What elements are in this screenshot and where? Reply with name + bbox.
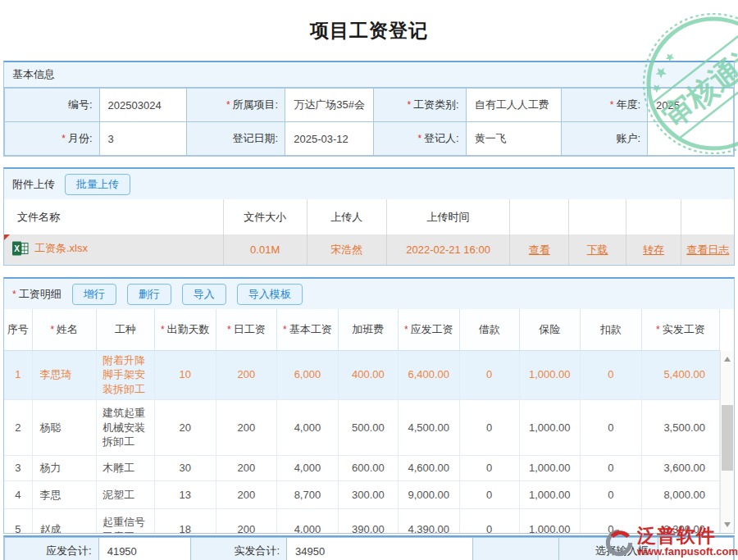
- cell-daily[interactable]: 200: [216, 351, 276, 400]
- cell-job[interactable]: 泥塑工: [97, 481, 155, 509]
- required-mark: *: [404, 324, 408, 335]
- cell-payable[interactable]: 9,000.00: [398, 481, 459, 509]
- cell-actual[interactable]: 5,400.00: [641, 351, 719, 400]
- cell-deduction[interactable]: 0: [580, 400, 641, 456]
- actual-total-label: 实发合计:: [190, 537, 286, 560]
- cell-name[interactable]: 赵成: [32, 509, 97, 533]
- cell-name[interactable]: 李思琦: [32, 351, 97, 400]
- cell-job[interactable]: 起重信号司索工: [97, 509, 155, 533]
- add-row-button[interactable]: 增行: [72, 284, 116, 305]
- cell-loan[interactable]: 0: [459, 351, 519, 400]
- field-month-value[interactable]: 3: [99, 122, 187, 156]
- cell-deduction[interactable]: 0: [580, 509, 641, 533]
- cell-no[interactable]: 2: [4, 400, 32, 456]
- select-input-value[interactable]: [658, 537, 734, 560]
- file-link[interactable]: X 工资条.xlsx: [12, 241, 88, 256]
- field-registrant-value[interactable]: 黄一飞: [466, 122, 561, 156]
- scroll-up-arrow-icon[interactable]: [724, 357, 731, 362]
- cell-base[interactable]: 8,700: [276, 481, 338, 509]
- field-account-value[interactable]: [648, 122, 734, 156]
- cell-insurance[interactable]: 1,000.00: [519, 351, 580, 400]
- cell-overtime[interactable]: 500.00: [338, 400, 398, 456]
- cell-base[interactable]: 4,000: [276, 509, 338, 533]
- transfer-link[interactable]: 转存: [643, 244, 664, 256]
- field-register-date-value[interactable]: 2025-03-12: [285, 122, 374, 156]
- field-number-value[interactable]: 202503024: [99, 89, 187, 122]
- cell-deduction[interactable]: 0: [580, 351, 641, 400]
- batch-upload-button[interactable]: 批量上传: [65, 174, 130, 195]
- view-link[interactable]: 查看: [529, 244, 550, 256]
- cell-loan[interactable]: 0: [459, 509, 519, 533]
- cell-daily[interactable]: 200: [216, 456, 276, 481]
- cell-base[interactable]: 4,000: [276, 456, 338, 481]
- cell-job[interactable]: 附着升降脚手架安装拆卸工: [97, 351, 155, 400]
- attachment-row: X 工资条.xlsx 0.01M 宋浩然 2022-02-21 16:00 查看…: [4, 234, 734, 265]
- cell-days[interactable]: 13: [154, 481, 216, 509]
- cell-no[interactable]: 5: [4, 509, 32, 533]
- payable-total-value[interactable]: 41950: [98, 537, 190, 560]
- cell-overtime[interactable]: 300.00: [338, 481, 398, 509]
- cell-deduction[interactable]: 0: [580, 481, 641, 509]
- cell-deduction[interactable]: 0: [580, 456, 641, 481]
- cell-insurance[interactable]: 1,000.00: [519, 509, 580, 533]
- cell-overtime[interactable]: 400.00: [338, 351, 398, 400]
- col-header-daily-wage: *日工资: [216, 309, 276, 350]
- field-year-value[interactable]: 2025: [648, 89, 734, 122]
- view-log-link[interactable]: 查看日志: [686, 244, 729, 256]
- cell-no[interactable]: 3: [4, 456, 32, 481]
- vertical-scrollbar[interactable]: [720, 351, 734, 533]
- cell-payable[interactable]: 4,390.00: [398, 509, 459, 533]
- cell-days[interactable]: 10: [154, 351, 216, 400]
- cell-actual[interactable]: 8,000.00: [641, 481, 719, 509]
- download-link[interactable]: 下载: [587, 244, 608, 256]
- required-mark: *: [407, 99, 411, 111]
- cell-daily[interactable]: 200: [216, 509, 276, 533]
- cell-name[interactable]: 杨聪: [32, 400, 97, 456]
- scrollbar-thumb[interactable]: [722, 405, 733, 471]
- cell-daily[interactable]: 200: [216, 400, 276, 456]
- wage-rows-table: 1 李思琦 附着升降脚手架安装拆卸工 10 200 6,000 400.00 6…: [4, 351, 720, 533]
- cell-insurance[interactable]: 1,000.00: [519, 456, 580, 481]
- cell-payable[interactable]: 4,600.00: [398, 456, 459, 481]
- cell-overtime[interactable]: 390.00: [338, 509, 398, 533]
- cell-loan[interactable]: 0: [459, 456, 519, 481]
- scroll-down-arrow-icon[interactable]: [724, 522, 731, 527]
- cell-no[interactable]: 4: [4, 481, 32, 509]
- file-name[interactable]: 工资条.xlsx: [34, 241, 88, 256]
- col-header-base-wage: *基本工资: [276, 309, 338, 350]
- file-name-cell[interactable]: X 工资条.xlsx: [4, 234, 223, 265]
- cell-name[interactable]: 李思: [32, 481, 97, 509]
- col-header-no: 序号: [4, 309, 32, 350]
- cell-actual[interactable]: 3,390.00: [641, 509, 719, 533]
- field-wage-type-value[interactable]: 自有工人人工费: [466, 89, 561, 122]
- col-header-action-4: [681, 199, 734, 234]
- cell-actual[interactable]: 3,600.00: [641, 456, 719, 481]
- import-template-button[interactable]: 导入模板: [237, 284, 303, 305]
- table-row: 2 杨聪 建筑起重机械安装拆卸工 20 200 4,000 500.00 4,5…: [4, 400, 720, 456]
- cell-job[interactable]: 木雕工: [97, 456, 155, 481]
- actual-total-value[interactable]: 34950: [287, 537, 473, 560]
- cell-insurance[interactable]: 1,000.00: [519, 400, 580, 456]
- cell-daily[interactable]: 200: [216, 481, 276, 509]
- cell-base[interactable]: 6,000: [276, 351, 338, 400]
- cell-loan[interactable]: 0: [459, 400, 519, 456]
- cell-payable[interactable]: 6,400.00: [398, 351, 459, 400]
- cell-no[interactable]: 1: [4, 351, 32, 400]
- col-header-insurance: 保险: [519, 309, 580, 350]
- cell-days[interactable]: 18: [154, 509, 216, 533]
- import-button[interactable]: 导入: [182, 284, 226, 305]
- cell-payable[interactable]: 4,500.00: [398, 400, 459, 456]
- cell-days[interactable]: 20: [154, 400, 216, 456]
- cell-base[interactable]: 4,000: [276, 400, 338, 456]
- col-header-loan: 借款: [459, 309, 519, 350]
- cell-insurance[interactable]: 1,000.00: [519, 481, 580, 509]
- field-project-value[interactable]: 万达广场35#会: [285, 89, 374, 122]
- cell-loan[interactable]: 0: [459, 481, 519, 509]
- cell-days[interactable]: 30: [154, 456, 216, 481]
- cell-job[interactable]: 建筑起重机械安装拆卸工: [97, 400, 155, 456]
- cell-actual[interactable]: 3,500.00: [641, 400, 719, 456]
- delete-row-button[interactable]: 删行: [127, 284, 171, 305]
- cell-overtime[interactable]: 600.00: [338, 456, 398, 481]
- file-upload-time: 2022-02-21 16:00: [386, 234, 509, 265]
- cell-name[interactable]: 杨力: [32, 456, 97, 481]
